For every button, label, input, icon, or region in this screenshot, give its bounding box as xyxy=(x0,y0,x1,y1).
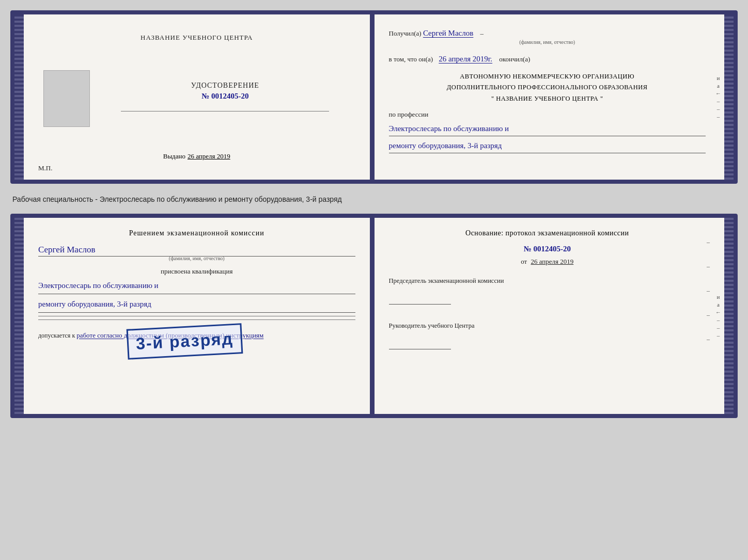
po-professii-label: по профессии xyxy=(389,109,706,120)
org-line1: АВТОНОМНУЮ НЕКОММЕРЧЕСКУЮ ОРГАНИЗАЦИЮ xyxy=(389,71,706,82)
top-card-left-panel: НАЗВАНИЕ УЧЕБНОГО ЦЕНТРА УДОСТОВЕРЕНИЕ №… xyxy=(24,14,371,180)
predsedatel-label: Председатель экзаменационной комиссии xyxy=(389,276,706,286)
vtom-line: в том, что он(а) 26 апреля 2019г. окончи… xyxy=(389,53,706,65)
osnov-label: Основание: протокол экзаменационной коми… xyxy=(389,229,706,237)
bottom-person-block: Сергей Маслов (фамилия, имя, отчество) xyxy=(38,245,355,261)
vydano-date: 26 апреля 2019 xyxy=(188,152,230,160)
qualification-line1: Электрослесарь по обслуживанию и xyxy=(38,279,355,294)
qualification-line2: ремонту оборудования, 3-й разряд xyxy=(38,297,355,313)
rukovoditel-block: Руководитель учебного Центра xyxy=(389,321,706,354)
top-document-card: НАЗВАНИЕ УЧЕБНОГО ЦЕНТРА УДОСТОВЕРЕНИЕ №… xyxy=(10,10,738,184)
vtom-label: в том, что он(а) xyxy=(389,55,433,63)
bottom-person-name: Сергей Маслов xyxy=(38,245,355,257)
date-completed: 26 апреля 2019г. xyxy=(439,55,492,63)
udostoverenie-number: № 0012405-20 xyxy=(201,92,248,101)
recipient-name: Сергей Маслов xyxy=(423,29,473,37)
top-left-center-title: НАЗВАНИЕ УЧЕБНОГО ЦЕНТРА xyxy=(141,34,253,42)
okonchil-label: окончил(а) xyxy=(499,55,530,63)
bottom-right-panel: Основание: протокол экзаменационной коми… xyxy=(375,218,725,414)
right-dashes: – – – – – xyxy=(707,238,710,343)
bottom-right-binding xyxy=(724,218,734,414)
poluchil-line: Получил(а) Сергей Маслов – (фамилия, имя… xyxy=(389,27,706,46)
bottom-left-binding xyxy=(14,218,24,414)
fio-label: (фамилия, имя, отчество) xyxy=(389,38,706,46)
stamp-text: 3-й разряд xyxy=(135,329,233,354)
bottom-fio-label: (фамилия, имя, отчество) xyxy=(38,255,355,261)
photo-placeholder xyxy=(43,70,90,127)
org-name: " НАЗВАНИЕ УЧЕБНОГО ЦЕНТРА " xyxy=(389,93,706,104)
dopuskaetsya-label: допускается к xyxy=(38,332,75,339)
bottom-right-strip-labels: и а ← – – – xyxy=(715,294,721,339)
org-line2: ДОПОЛНИТЕЛЬНОГО ПРОФЕССИОНАЛЬНОГО ОБРАЗО… xyxy=(389,82,706,93)
rukovoditel-label: Руководитель учебного Центра xyxy=(389,321,706,331)
left-binding-strip xyxy=(14,14,24,180)
qualification-block: Электрослесарь по обслуживанию и ремонту… xyxy=(38,279,355,313)
protocol-number: № 0012405-20 xyxy=(389,245,706,253)
right-binding-strip xyxy=(724,14,734,180)
ot-label: от xyxy=(521,258,527,265)
udostoverenie-section: УДОСТОВЕРЕНИЕ № 0012405-20 xyxy=(95,65,355,132)
udostoverenie-title: УДОСТОВЕРЕНИЕ xyxy=(191,82,259,90)
top-card-right-panel: Получил(а) Сергей Маслов – (фамилия, имя… xyxy=(375,14,725,180)
bottom-left-panel: Решением экзаменационной комиссии Сергей… xyxy=(24,218,371,414)
profession-block: по профессии Электрослесарь по обслужива… xyxy=(389,109,706,153)
prisvoena-label: присвоена квалификация xyxy=(38,267,355,276)
mp-label: М.П. xyxy=(38,164,52,172)
stamp: 3-й разряд xyxy=(127,323,243,360)
between-label: Рабочая специальность - Электрослесарь п… xyxy=(10,193,738,204)
vydano-label: Выдано xyxy=(163,152,185,160)
bottom-document-card: Решением экзаменационной комиссии Сергей… xyxy=(10,214,738,418)
predsedatel-signature-line xyxy=(389,295,451,305)
protocol-date: от 26 апреля 2019 xyxy=(389,258,706,266)
protocol-date-value: 26 апреля 2019 xyxy=(531,258,573,265)
resheniem-title: Решением экзаменационной комиссии xyxy=(38,229,355,237)
org-block: АВТОНОМНУЮ НЕКОММЕРЧЕСКУЮ ОРГАНИЗАЦИЮ ДО… xyxy=(389,71,706,104)
poluchil-label: Получил(а) xyxy=(389,29,422,37)
rukovoditel-signature-line xyxy=(389,340,451,349)
profession-line1: Электрослесарь по обслуживанию и xyxy=(389,122,706,136)
right-strip-labels: и а ← – – – xyxy=(715,75,721,120)
predsedatel-block: Председатель экзаменационной комиссии xyxy=(389,276,706,309)
page-wrapper: НАЗВАНИЕ УЧЕБНОГО ЦЕНТРА УДОСТОВЕРЕНИЕ №… xyxy=(10,10,738,418)
profession-line2: ремонту оборудования, 3-й разряд xyxy=(389,139,706,153)
